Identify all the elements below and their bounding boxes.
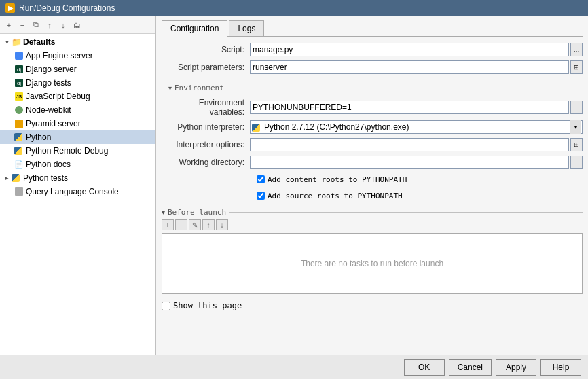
before-launch-label: Before launch <box>168 208 226 217</box>
tabs-bar: Configuration Logs <box>162 20 583 37</box>
tree-item-node-webkit[interactable]: Node-webkit <box>0 103 155 117</box>
js-icon: JS <box>14 91 24 102</box>
before-launch-add-button[interactable]: + <box>162 219 174 230</box>
remove-config-button[interactable]: − <box>16 19 29 31</box>
python-interpreter-wrap: Python 2.7.12 (C:\Python27\python.exe) ▾ <box>250 120 583 134</box>
python-interpreter-value: Python 2.7.12 (C:\Python27\python.exe) <box>264 122 570 132</box>
before-launch-empty-message: There are no tasks to run before launch <box>301 259 443 268</box>
add-source-roots-checkbox[interactable] <box>257 192 265 200</box>
script-browse-button[interactable]: … <box>570 43 583 56</box>
tree-item-python-tests[interactable]: ▸ Python tests <box>0 171 155 185</box>
before-launch-down-button[interactable]: ↓ <box>216 219 228 230</box>
bottom-bar: OK Cancel Apply Help <box>0 355 588 379</box>
interpreter-options-label: Interpreter options: <box>162 140 250 149</box>
add-content-roots-label: Add content roots to PYTHONPATH <box>268 175 407 184</box>
interpreter-options-browse-button[interactable]: ⊞ <box>570 138 583 151</box>
script-label: Script: <box>162 45 250 54</box>
before-launch-collapse-icon: ▾ <box>162 209 165 216</box>
node-icon <box>14 105 24 115</box>
script-params-input-wrap: ⊞ <box>250 60 583 74</box>
working-dir-label: Working directory: <box>162 158 250 167</box>
script-row: Script: … <box>162 42 583 57</box>
environment-divider <box>229 88 583 88</box>
tree-item-query-console[interactable]: Query Language Console <box>0 185 155 198</box>
python-interpreter-py-icon <box>252 122 261 132</box>
environment-section-label: Environment <box>174 84 224 92</box>
sidebar-tree: ▾ 📁 Defaults App Engine server dj Djan <box>0 34 155 355</box>
folder-button[interactable]: 🗂 <box>71 19 83 31</box>
sidebar-toolbar: + − ⧉ ↑ ↓ 🗂 <box>0 16 155 34</box>
help-button[interactable]: Help <box>540 359 581 376</box>
before-launch-area: There are no tasks to run before launch <box>162 233 583 294</box>
before-launch-toolbar: + − ✎ ↑ ↓ <box>162 219 583 230</box>
checkbox-content-roots-row: Add content roots to PYTHONPATH <box>162 173 583 186</box>
script-input-wrap: … <box>250 43 583 56</box>
tree-root-label: Defaults <box>23 37 55 47</box>
script-input[interactable] <box>250 43 569 56</box>
title-bar: ▶ Run/Debug Configurations <box>0 0 588 16</box>
cancel-button[interactable]: Cancel <box>449 359 492 376</box>
working-dir-wrap: … <box>250 156 583 169</box>
django-server-icon: dj <box>14 64 24 75</box>
title-bar-title: Run/Debug Configurations <box>19 3 115 13</box>
tree-item-pyramid[interactable]: Pyramid server <box>0 117 155 130</box>
python-icon <box>14 132 24 143</box>
env-vars-input-wrap: … <box>250 101 583 114</box>
python-interpreter-label: Python interpreter: <box>162 122 250 132</box>
tree-root-defaults[interactable]: ▾ 📁 Defaults <box>0 35 155 49</box>
working-dir-browse-button[interactable]: … <box>570 156 583 169</box>
before-launch-up-button[interactable]: ↑ <box>202 219 215 230</box>
show-page-row: Show this page <box>162 301 583 310</box>
python-interpreter-dropdown[interactable]: Python 2.7.12 (C:\Python27\python.exe) ▾ <box>250 120 583 134</box>
interpreter-options-row: Interpreter options: ⊞ <box>162 137 583 152</box>
pyramid-icon <box>14 118 24 129</box>
before-launch-remove-button[interactable]: − <box>175 219 187 230</box>
tree-item-javascript-debug[interactable]: JS JavaScript Debug <box>0 90 155 103</box>
env-vars-input[interactable] <box>250 101 569 114</box>
move-down-button[interactable]: ↓ <box>57 19 69 31</box>
working-dir-row: Working directory: … <box>162 155 583 170</box>
query-icon <box>14 186 24 197</box>
sidebar: + − ⧉ ↑ ↓ 🗂 ▾ 📁 Defaults <box>0 16 156 355</box>
script-params-browse-button[interactable]: ⊞ <box>570 60 583 74</box>
tree-item-python-remote-debug[interactable]: Python Remote Debug <box>0 144 155 158</box>
right-panel: Configuration Logs Script: … Script para… <box>156 16 588 355</box>
environment-header-row: ▾ Environment <box>162 80 583 95</box>
script-params-input[interactable] <box>250 60 569 74</box>
env-vars-browse-button[interactable]: … <box>570 101 583 114</box>
working-dir-input[interactable] <box>250 156 569 169</box>
apply-button[interactable]: Apply <box>496 359 536 376</box>
before-launch-header: ▾ Before launch <box>162 208 583 217</box>
before-launch-section: ▾ Before launch + − ✎ ↑ ↓ There are no t… <box>162 208 583 294</box>
django-tests-icon: dj <box>14 77 24 88</box>
add-content-roots-checkbox[interactable] <box>257 175 265 183</box>
tab-configuration[interactable]: Configuration <box>162 20 227 37</box>
interpreter-options-wrap: ⊞ <box>250 138 583 151</box>
interpreter-options-input[interactable] <box>250 138 569 151</box>
folder-icon: 📁 <box>11 37 22 48</box>
config-form: Script: … Script parameters: ⊞ ▾ Environ… <box>162 42 583 310</box>
tree-item-django-tests[interactable]: dj Django tests <box>0 76 155 90</box>
tab-logs[interactable]: Logs <box>229 20 264 36</box>
env-vars-label: Environment variables: <box>162 98 250 117</box>
python-tests-expand-icon: ▸ <box>3 175 11 181</box>
ok-button[interactable]: OK <box>404 359 445 376</box>
add-config-button[interactable]: + <box>3 19 15 31</box>
python-interpreter-arrow: ▾ <box>570 120 581 134</box>
copy-config-button[interactable]: ⧉ <box>30 19 42 31</box>
tree-item-appengine[interactable]: App Engine server <box>0 49 155 62</box>
tree-item-python-docs[interactable]: 📄 Python docs <box>0 158 155 171</box>
tree-item-python[interactable]: Python <box>0 130 155 144</box>
env-collapse-icon: ▾ <box>168 84 172 92</box>
python-docs-icon: 📄 <box>14 159 24 170</box>
add-source-roots-label: Add source roots to PYTHONPATH <box>268 192 403 200</box>
tree-item-django-server[interactable]: dj Django server <box>0 62 155 76</box>
move-up-button[interactable]: ↑ <box>43 19 56 31</box>
title-bar-icon: ▶ <box>5 3 15 13</box>
before-launch-edit-button[interactable]: ✎ <box>189 219 201 230</box>
python-interpreter-row: Python interpreter: Python 2.7.12 (C:\Py… <box>162 120 583 134</box>
show-page-checkbox[interactable] <box>162 302 170 310</box>
expand-icon: ▾ <box>3 39 11 46</box>
script-params-label: Script parameters: <box>162 62 250 72</box>
env-vars-row: Environment variables: … <box>162 98 583 117</box>
